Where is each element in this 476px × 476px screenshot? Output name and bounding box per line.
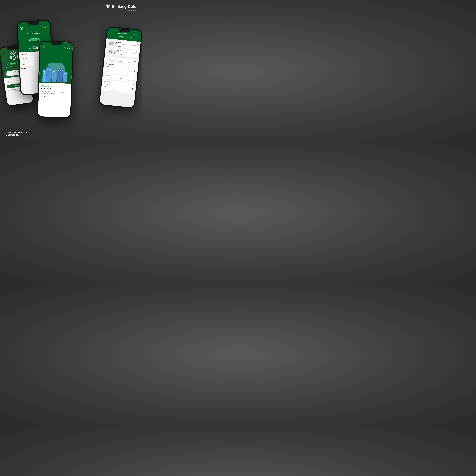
phone4-bell-icon[interactable]: 🔔 (136, 34, 138, 36)
service-card-paint[interactable]: 🎨 Pa... (21, 56, 35, 61)
phone3-content: G 🔍 🔔 ☰ (38, 42, 73, 117)
svg-rect-37 (63, 72, 68, 83)
time-label: Time (120, 78, 122, 79)
toggle-left-label: Multi Brand (114, 35, 118, 37)
pickup-arrow: ▾ (135, 66, 136, 68)
svg-rect-39 (66, 73, 67, 74)
drop-clock-icon: 🕐 (117, 89, 118, 91)
dots-container (41, 96, 47, 97)
glass-service-close[interactable]: × (136, 43, 138, 45)
city-svg (41, 62, 70, 83)
dot-1 (41, 96, 42, 97)
search-icon[interactable]: 🔍 (42, 26, 43, 28)
service-card-wash[interactable]: 🚗 W... (21, 61, 36, 67)
svg-rect-26 (47, 67, 51, 68)
self-drop-label: Self Drop (106, 66, 110, 67)
nav-icons: 🔍 🔔 ☰ (42, 26, 48, 28)
glass-service-img (108, 41, 114, 46)
phone-checkout: ← CHECK OUT 🔍 🔔 ☰ Multi Brand Authorised… (99, 26, 142, 109)
clock-icon: 🕐 (133, 80, 134, 81)
phone3-bell-icon[interactable]: 🔔 (67, 47, 68, 49)
credit-line1: Brand UI/UX Design done for (6, 131, 30, 133)
phone3-top: G 🔍 🔔 ☰ (39, 42, 73, 84)
svg-rect-14 (40, 40, 40, 40)
phone3-bottom: Community Car Care Exclusive car care se… (38, 83, 71, 117)
svg-rect-21 (43, 71, 44, 72)
wash-service-info: Car Wash Service Dent or dent job is now… (114, 49, 137, 56)
carousel-dot-2 (122, 57, 123, 58)
phone4-content: ← CHECK OUT 🔍 🔔 ☰ Multi Brand Authorised… (100, 27, 142, 108)
address-change-btn[interactable]: CHANGE (133, 61, 136, 62)
svg-rect-35 (60, 70, 61, 71)
phone3-menu-icon[interactable]: ☰ (69, 47, 70, 49)
svg-rect-34 (58, 70, 59, 71)
svg-point-0 (106, 5, 107, 6)
svg-text:G: G (12, 54, 15, 57)
gm-logo-small: G (20, 26, 23, 30)
dot-navigation: skip (41, 96, 68, 98)
drop-section: Drop Service ▾ Self Pick Up Drop Off Tim… (102, 80, 135, 94)
phone4-menu-icon[interactable]: ☰ (138, 35, 140, 36)
svg-text:G: G (21, 27, 22, 29)
svg-rect-29 (50, 69, 51, 70)
pickup-radio[interactable] (134, 71, 135, 72)
svg-rect-23 (43, 73, 44, 73)
svg-point-3 (107, 6, 109, 8)
phone3-nav: 🔍 🔔 ☰ (64, 47, 70, 49)
towing-radio[interactable] (133, 73, 135, 75)
svg-rect-27 (47, 69, 48, 70)
towing-label: Towing (105, 70, 109, 72)
drop-time-label: Time (103, 88, 105, 89)
date-label: Date (105, 76, 107, 78)
svg-point-2 (109, 5, 110, 6)
self-drop-radio[interactable] (134, 68, 136, 70)
wash-service-close[interactable]: × (136, 51, 137, 53)
svg-rect-36 (62, 70, 63, 71)
svg-rect-24 (44, 73, 45, 73)
phone2-notch (28, 21, 39, 25)
svg-point-48 (111, 50, 112, 50)
svg-rect-28 (49, 69, 50, 70)
svg-text:G: G (43, 47, 44, 48)
svg-rect-22 (44, 71, 45, 72)
svg-rect-20 (43, 69, 45, 71)
phone4-search-icon[interactable]: 🔍 (134, 34, 135, 36)
address-title: Address (107, 58, 111, 59)
bell-icon[interactable]: 🔔 (44, 26, 46, 28)
menu-icon[interactable]: ☰ (47, 26, 48, 28)
glass-service-info: Glass Break Service Give your car all th… (115, 41, 138, 49)
brand-toggle[interactable] (119, 35, 123, 38)
brand-logo-row: Blinking Dots (105, 4, 136, 9)
drop-title: Drop Service (104, 81, 111, 83)
gm-logo-phone3: G (42, 46, 45, 49)
pickup-label: Pick Up (106, 68, 109, 69)
brand-header: Blinking Dots brand+design (105, 4, 136, 11)
phone3-notch (51, 42, 62, 46)
phone-onboarding: G 🔍 🔔 ☰ (37, 41, 74, 118)
phone4-body: Glass Break Service Give your car all th… (100, 38, 140, 108)
mobile-placeholder: Enter mobile number (10, 80, 19, 82)
skip-button[interactable]: skip (66, 97, 68, 98)
paw-icon (105, 4, 110, 9)
dot-3-active (44, 96, 45, 97)
svg-point-49 (110, 50, 111, 50)
dropoff-radio[interactable] (132, 88, 133, 90)
community-desc: Exclusive car care services for resident… (41, 91, 69, 95)
calendar-icon: 📅 (118, 78, 119, 79)
wash-service-img (107, 49, 113, 54)
dropoff-label: Drop Off (104, 85, 108, 87)
pickup-title: Pick Up Service (106, 63, 114, 66)
wash-icon: 🚗 (22, 63, 25, 66)
svg-rect-32 (54, 71, 55, 72)
brand-name: Blinking Dots (112, 4, 136, 9)
wash-label: W... (26, 64, 27, 65)
self-pickup-radio[interactable] (132, 86, 134, 88)
brand-tagline: brand+design (125, 9, 136, 11)
svg-rect-38 (64, 73, 65, 74)
dot-4 (46, 96, 47, 97)
bottom-credit: Brand UI/UX Design done for GearMonkey (6, 131, 30, 136)
svg-rect-15 (29, 40, 30, 41)
svg-point-47 (111, 49, 111, 50)
self-pickup-label: Self Pick Up (104, 83, 110, 85)
phone3-search-icon[interactable]: 🔍 (64, 47, 66, 49)
